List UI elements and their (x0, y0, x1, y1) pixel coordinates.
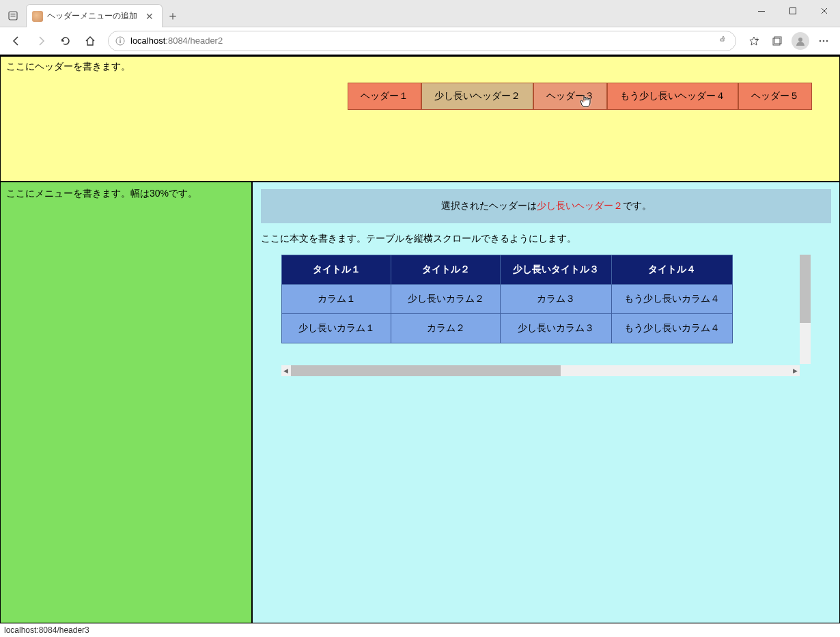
close-window-button[interactable] (809, 0, 840, 22)
status-bar: localhost:8084/header3 (0, 623, 840, 637)
header-nav-item-5[interactable]: ヘッダー５ (738, 83, 812, 110)
svg-rect-1 (11, 14, 16, 14)
table-header: タイトル２ (391, 255, 501, 285)
site-info-icon (115, 36, 125, 46)
table-cell: カラム１ (282, 285, 391, 314)
header-nav-item-1[interactable]: ヘッダー１ (348, 83, 421, 110)
body-text: ここに本文を書きます。テーブルを縦横スクロールできるようにします。 (261, 233, 831, 245)
table-cell: 少し長いカラム１ (282, 314, 391, 343)
header-area: ここにヘッダーを書きます。 ヘッダー１少し長いヘッダー２ヘッダー３もう少し長いヘ… (0, 56, 840, 182)
svg-rect-8 (120, 38, 120, 39)
svg-point-17 (826, 40, 828, 42)
more-button[interactable] (813, 30, 835, 52)
table-scroll[interactable]: タイトル１タイトル２少し長いタイトル３タイトル４ カラム１少し長いカラム２カラム… (281, 255, 811, 364)
browser-tab[interactable]: ヘッダーメニューの追加 ✕ (26, 4, 163, 27)
minimize-button[interactable] (746, 0, 777, 22)
home-button[interactable] (79, 30, 101, 52)
new-tab-button[interactable]: ＋ (163, 8, 183, 24)
favorites-button[interactable] (743, 30, 765, 52)
vertical-scroll-thumb[interactable] (800, 255, 811, 323)
svg-rect-2 (11, 16, 16, 16)
tab-actions-button[interactable] (4, 7, 22, 25)
svg-rect-11 (755, 39, 759, 40)
read-aloud-icon[interactable] (718, 36, 729, 46)
table-cell: 少し長いカラム２ (391, 285, 501, 314)
horizontal-scrollbar[interactable]: ◀ ▶ (281, 365, 800, 376)
info-banner: 選択されたヘッダーは少し長いヘッダー２です。 (261, 189, 831, 223)
svg-rect-4 (790, 8, 796, 14)
collections-button[interactable] (766, 30, 788, 52)
table-header: タイトル１ (282, 255, 391, 285)
table-cell: カラム３ (501, 285, 612, 314)
maximize-button[interactable] (777, 0, 809, 22)
table-header: タイトル４ (612, 255, 733, 285)
address-host: localhost (130, 36, 165, 46)
forward-button[interactable] (30, 30, 52, 52)
svg-point-16 (823, 40, 825, 42)
profile-button[interactable] (789, 30, 811, 52)
scroll-right-icon[interactable]: ▶ (793, 367, 798, 374)
svg-rect-9 (120, 40, 120, 43)
browser-titlebar: ヘッダーメニューの追加 ✕ ＋ (0, 0, 840, 27)
sidebar: ここにメニューを書きます。幅は30%です。 (0, 182, 252, 623)
table-row: 少し長いカラム１カラム２少し長いカラム３もう少し長いカラム４ (282, 314, 733, 343)
back-button[interactable] (5, 30, 27, 52)
horizontal-scroll-thumb[interactable] (291, 365, 561, 376)
header-nav-item-2[interactable]: 少し長いヘッダー２ (421, 83, 533, 110)
table-cell: 少し長いカラム３ (501, 314, 612, 343)
svg-rect-3 (758, 11, 765, 12)
table-container: タイトル１タイトル２少し長いタイトル３タイトル４ カラム１少し長いカラム２カラム… (281, 255, 811, 376)
favicon-icon (32, 11, 43, 22)
address-port: :8084 (165, 36, 188, 46)
table-cell: もう少し長いカラム４ (612, 285, 733, 314)
header-nav: ヘッダー１少し長いヘッダー２ヘッダー３もう少し長いヘッダー４ヘッダー５ (348, 83, 812, 110)
address-bar[interactable]: localhost:8084/header2 (108, 31, 736, 51)
main-area: 選択されたヘッダーは少し長いヘッダー２です。 ここに本文を書きます。テーブルを縦… (252, 182, 840, 623)
data-table: タイトル１タイトル２少し長いタイトル３タイトル４ カラム１少し長いカラム２カラム… (281, 255, 733, 343)
tab-close-button[interactable]: ✕ (143, 11, 156, 22)
svg-point-15 (820, 40, 822, 42)
scroll-left-icon[interactable]: ◀ (283, 367, 288, 374)
table-header: 少し長いタイトル３ (501, 255, 612, 285)
svg-point-14 (798, 38, 802, 42)
tab-title: ヘッダーメニューの追加 (47, 10, 143, 22)
page-content: ここにヘッダーを書きます。 ヘッダー１少し長いヘッダー２ヘッダー３もう少し長いヘ… (0, 55, 840, 623)
browser-toolbar: localhost:8084/header2 (0, 27, 840, 55)
banner-prefix: 選択されたヘッダーは (441, 200, 537, 211)
banner-selected: 少し長いヘッダー２ (537, 200, 623, 211)
table-cell: カラム２ (391, 314, 501, 343)
banner-suffix: です。 (623, 200, 652, 211)
table-cell: もう少し長いカラム４ (612, 314, 733, 343)
header-nav-item-4[interactable]: もう少し長いヘッダー４ (607, 83, 738, 110)
address-path: /header2 (188, 36, 223, 46)
status-text: localhost:8084/header3 (4, 625, 89, 635)
header-label: ここにヘッダーを書きます。 (6, 61, 834, 73)
header-nav-item-3[interactable]: ヘッダー３ (533, 83, 607, 110)
sidebar-label: ここにメニューを書きます。幅は30%です。 (6, 188, 246, 200)
table-row: カラム１少し長いカラム２カラム３もう少し長いカラム４ (282, 285, 733, 314)
vertical-scrollbar[interactable] (800, 255, 811, 364)
refresh-button[interactable] (55, 30, 76, 52)
